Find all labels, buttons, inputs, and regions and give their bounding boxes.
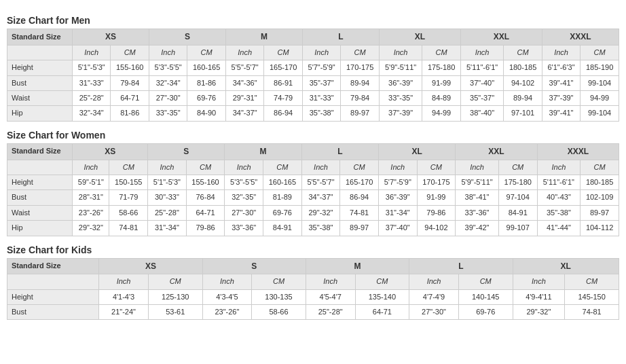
row-label: Bust <box>7 75 73 90</box>
men-section: Size Chart for Men Standard Size XS S M … <box>7 15 619 122</box>
men-xxxl-header: XXXL <box>542 29 619 46</box>
table-cell: 81-86 <box>187 75 226 90</box>
table-cell: 155-160 <box>111 60 149 75</box>
table-cell: 94-99 <box>422 106 461 121</box>
table-cell: 29"-32" <box>73 221 109 236</box>
table-cell: 36"-39" <box>379 75 422 90</box>
table-cell: 155-160 <box>186 175 225 189</box>
men-unit-xl-cm: CM <box>422 45 461 60</box>
table-cell: 69-76 <box>187 90 226 105</box>
table-cell: 5'9"-5'11" <box>456 175 499 189</box>
table-cell: 5'1"-5'3" <box>148 175 187 189</box>
table-cell: 64-71 <box>186 205 225 220</box>
kids-l-header: L <box>409 258 513 274</box>
table-cell: 5'5"-5'7" <box>225 60 263 75</box>
table-cell: 41"-44" <box>537 221 581 236</box>
table-cell: 94-99 <box>581 90 619 105</box>
women-s-header: S <box>148 143 225 160</box>
table-cell: 102-109 <box>581 190 619 205</box>
table-cell: 25"-28" <box>306 305 355 320</box>
kids-unit-label <box>7 274 99 289</box>
table-cell: 37"-40" <box>379 221 418 236</box>
women-title: Size Chart for Women <box>7 130 619 141</box>
table-cell: 99-107 <box>498 221 537 236</box>
table-cell: 58-66 <box>109 205 148 220</box>
table-cell: 160-165 <box>187 60 226 75</box>
men-s-header: S <box>149 29 226 46</box>
table-cell: 4'5-4'7 <box>306 289 355 304</box>
table-cell: 5'11"-6'1" <box>460 60 503 75</box>
row-label: Bust <box>7 190 73 205</box>
men-unit-s-cm: CM <box>187 45 226 60</box>
table-cell: 89-97 <box>341 106 380 121</box>
table-cell: 59"-5'1" <box>73 175 109 189</box>
men-unit-l-cm: CM <box>341 45 380 60</box>
table-cell: 35"-37" <box>460 90 503 105</box>
table-cell: 81-86 <box>111 106 149 121</box>
kids-title: Size Chart for Kids <box>7 244 619 255</box>
row-label: Bust <box>7 305 99 320</box>
table-cell: 29"-31" <box>225 90 263 105</box>
kids-standard-size-header: Standard Size <box>7 258 99 274</box>
table-cell: 4'7-4'9 <box>409 289 459 304</box>
table-cell: 38"-40" <box>460 106 503 121</box>
table-cell: 97-101 <box>504 106 542 121</box>
table-cell: 89-97 <box>340 221 379 236</box>
table-cell: 5'5"-5'7" <box>301 175 340 189</box>
table-cell: 175-180 <box>498 175 537 189</box>
table-cell: 89-97 <box>581 205 619 220</box>
men-title: Size Chart for Men <box>7 15 619 26</box>
men-standard-size-header: Standard Size <box>7 29 73 46</box>
table-cell: 94-102 <box>417 221 456 236</box>
table-cell: 35"-37" <box>302 75 340 90</box>
women-xxl-header: XXL <box>456 143 537 160</box>
table-cell: 94-102 <box>504 75 542 90</box>
table-cell: 79-84 <box>341 90 380 105</box>
table-cell: 130-135 <box>252 289 306 304</box>
men-unit-xxl-inch: Inch <box>460 45 503 60</box>
table-cell: 35"-38" <box>302 106 340 121</box>
table-cell: 170-175 <box>417 175 456 189</box>
men-xs-header: XS <box>73 29 149 46</box>
women-standard-size-header: Standard Size <box>7 143 73 160</box>
men-m-header: M <box>225 29 302 46</box>
table-cell: 34"-36" <box>225 75 263 90</box>
table-cell: 150-155 <box>109 175 148 189</box>
table-cell: 25"-28" <box>148 205 187 220</box>
table-cell: 86-94 <box>340 190 379 205</box>
table-cell: 29"-32" <box>301 205 340 220</box>
table-cell: 104-112 <box>581 221 619 236</box>
table-cell: 31"-34" <box>379 205 418 220</box>
table-cell: 27"-30" <box>225 205 263 220</box>
women-xs-header: XS <box>73 143 148 160</box>
table-cell: 71-79 <box>109 190 148 205</box>
table-cell: 35"-38" <box>537 205 581 220</box>
table-cell: 31"-33" <box>73 75 111 90</box>
table-cell: 74-81 <box>340 205 379 220</box>
women-l-header: L <box>301 143 378 160</box>
table-cell: 89-94 <box>341 75 380 90</box>
table-cell: 33"-36" <box>456 205 499 220</box>
kids-xl-header: XL <box>513 258 619 274</box>
table-cell: 74-81 <box>109 221 148 236</box>
table-cell: 5'3"-5'5" <box>149 60 187 75</box>
table-cell: 37"-39" <box>542 90 580 105</box>
table-cell: 170-175 <box>341 60 380 75</box>
table-cell: 27"-30" <box>149 90 187 105</box>
table-cell: 74-79 <box>264 90 303 105</box>
table-cell: 27"-30" <box>409 305 459 320</box>
table-cell: 5'7"-5'9" <box>302 60 340 75</box>
men-unit-xs-inch: Inch <box>73 45 111 60</box>
table-cell: 84-89 <box>422 90 461 105</box>
men-unit-xxl-cm: CM <box>504 45 542 60</box>
men-unit-l-inch: Inch <box>302 45 340 60</box>
table-cell: 79-86 <box>417 205 456 220</box>
table-cell: 81-89 <box>263 190 301 205</box>
men-table: Standard Size XS S M L XL XXL XXXL Inch … <box>7 29 619 122</box>
men-unit-xl-inch: Inch <box>379 45 422 60</box>
table-cell: 4'3-4'5 <box>202 289 252 304</box>
table-cell: 33"-36" <box>225 221 263 236</box>
kids-table: Standard Size XS S M L XL Inch CM Inch C… <box>7 258 619 321</box>
table-cell: 37"-40" <box>460 75 503 90</box>
women-section: Size Chart for Women Standard Size XS S … <box>7 130 619 236</box>
